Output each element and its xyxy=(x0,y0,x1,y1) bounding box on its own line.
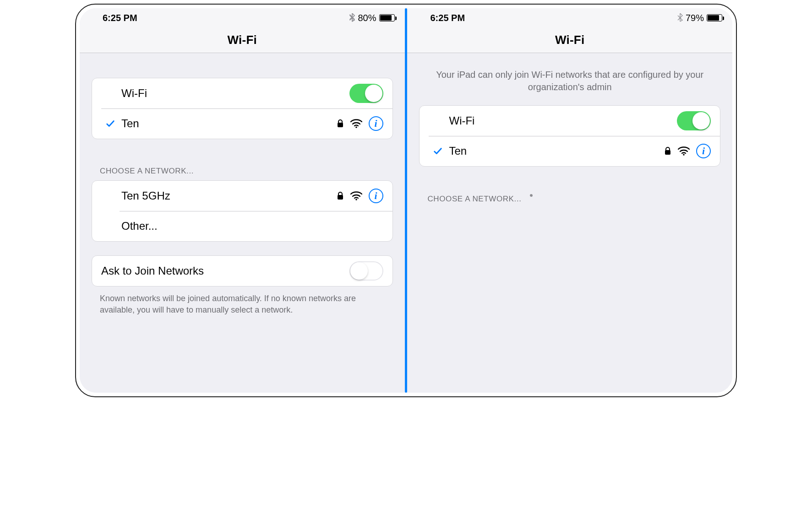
connected-network-row[interactable]: Ten i xyxy=(92,108,392,139)
ask-to-join-group: Ask to Join Networks xyxy=(92,255,393,286)
status-bar: 6:25 PM 79% xyxy=(407,8,732,27)
nav-bar: Wi-Fi xyxy=(407,27,732,53)
other-network-label: Other... xyxy=(120,220,383,232)
wifi-signal-icon xyxy=(350,191,362,200)
svg-point-1 xyxy=(355,126,357,128)
lock-icon xyxy=(664,146,671,156)
checkmark-icon xyxy=(105,119,115,129)
ask-to-join-footer: Known networks will be joined automatica… xyxy=(80,286,405,316)
network-row[interactable]: Ten 5GHz i xyxy=(92,181,392,211)
checkmark-icon xyxy=(433,146,443,156)
status-time: 6:25 PM xyxy=(417,13,465,23)
info-icon[interactable]: i xyxy=(369,189,383,203)
wifi-toggle-row[interactable]: Wi-Fi xyxy=(92,78,392,108)
lock-icon xyxy=(337,119,344,128)
info-icon[interactable]: i xyxy=(696,144,711,158)
svg-point-5 xyxy=(683,154,685,156)
ask-to-join-label: Ask to Join Networks xyxy=(101,265,349,277)
wifi-signal-icon xyxy=(678,146,690,156)
svg-rect-4 xyxy=(665,150,670,155)
wifi-toggle[interactable] xyxy=(349,84,383,103)
spinner-icon xyxy=(526,194,536,204)
lock-icon xyxy=(337,191,344,200)
wifi-toggle-label: Wi-Fi xyxy=(120,87,349,100)
device-frame: 6:25 PM 80% Wi-Fi Wi-Fi xyxy=(75,4,737,397)
battery-percent: 80% xyxy=(358,13,376,23)
wifi-toggle-row[interactable]: Wi-Fi xyxy=(420,106,720,136)
svg-rect-2 xyxy=(338,195,343,200)
pane-right: 6:25 PM 79% Wi-Fi Your iPad can only joi… xyxy=(407,8,732,393)
svg-point-3 xyxy=(355,199,357,200)
ask-to-join-row[interactable]: Ask to Join Networks xyxy=(92,256,392,286)
page-title: Wi-Fi xyxy=(228,33,257,47)
network-name: Ten 5GHz xyxy=(120,189,337,202)
connected-network-name: Ten xyxy=(120,117,337,130)
status-bar: 6:25 PM 80% xyxy=(80,8,405,27)
wifi-toggle-label: Wi-Fi xyxy=(447,114,677,127)
wifi-group: Wi-Fi Ten xyxy=(92,78,393,139)
battery-icon xyxy=(379,14,395,22)
choose-network-header: CHOOSE A NETWORK... xyxy=(407,180,732,209)
nav-bar: Wi-Fi xyxy=(80,27,405,53)
choose-network-header: CHOOSE A NETWORK... xyxy=(80,153,405,180)
bluetooth-icon xyxy=(677,13,683,22)
connected-network-row[interactable]: Ten i xyxy=(420,136,720,166)
available-networks-group: Ten 5GHz i Other... xyxy=(92,180,393,242)
info-icon[interactable]: i xyxy=(369,116,383,131)
battery-percent: 79% xyxy=(686,13,704,23)
status-time: 6:25 PM xyxy=(90,13,137,23)
other-network-row[interactable]: Other... xyxy=(92,211,392,241)
wifi-signal-icon xyxy=(350,119,362,128)
bluetooth-icon xyxy=(349,13,355,22)
page-title: Wi-Fi xyxy=(555,33,584,47)
pane-left: 6:25 PM 80% Wi-Fi Wi-Fi xyxy=(80,8,405,393)
connected-network-name: Ten xyxy=(447,145,664,157)
battery-icon xyxy=(707,14,722,22)
restriction-message: Your iPad can only join Wi-Fi networks t… xyxy=(407,64,732,105)
wifi-toggle[interactable] xyxy=(677,111,711,130)
svg-rect-0 xyxy=(338,123,343,127)
wifi-group: Wi-Fi Ten xyxy=(419,105,720,167)
ask-to-join-toggle[interactable] xyxy=(349,261,383,281)
